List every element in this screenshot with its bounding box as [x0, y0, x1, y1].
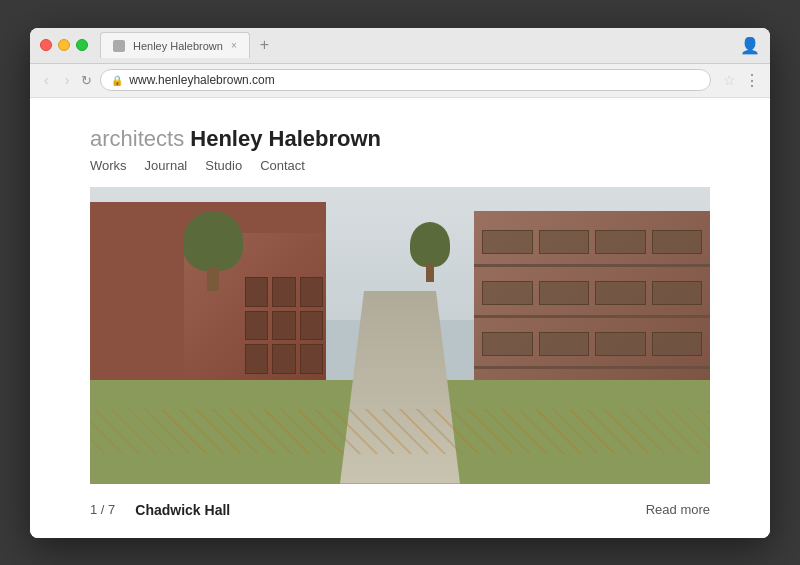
tree-canopy: [410, 222, 450, 267]
nav-journal[interactable]: Journal: [145, 158, 188, 173]
browser-tab[interactable]: Henley Halebrown ×: [100, 32, 250, 58]
maximize-button[interactable]: [76, 39, 88, 51]
building-scene: [90, 187, 710, 484]
architects-label: architects: [90, 126, 184, 151]
page-content: architects Henley Halebrown Works Journa…: [30, 98, 770, 538]
window: [272, 344, 295, 374]
hero-image-container[interactable]: [90, 187, 710, 484]
tab-bar: Henley Halebrown × +: [100, 32, 740, 58]
floor-window: [482, 281, 532, 305]
nav-contact[interactable]: Contact: [260, 158, 305, 173]
floor-window: [539, 332, 589, 356]
balcony-rail: [474, 264, 710, 267]
floor-window: [482, 332, 532, 356]
close-button[interactable]: [40, 39, 52, 51]
tab-close-button[interactable]: ×: [231, 40, 237, 51]
window: [245, 311, 268, 341]
minimize-button[interactable]: [58, 39, 70, 51]
url-text: www.henleyhalebrown.com: [129, 73, 274, 87]
site-title: architects Henley Halebrown: [90, 126, 710, 152]
refresh-button[interactable]: ↻: [81, 73, 92, 88]
floor-band-1: [474, 222, 710, 262]
person-icon: 👤: [740, 36, 760, 55]
floor-window: [652, 332, 702, 356]
tree-trunk: [207, 267, 219, 291]
floor-window: [595, 281, 645, 305]
floor-band-2: [474, 273, 710, 313]
window: [272, 311, 295, 341]
nav-works[interactable]: Works: [90, 158, 127, 173]
back-button[interactable]: ‹: [40, 70, 53, 90]
lock-icon: 🔒: [111, 75, 123, 86]
window: [300, 344, 323, 374]
window: [245, 344, 268, 374]
brand-name: Henley Halebrown: [190, 126, 381, 151]
tab-favicon: [113, 40, 125, 52]
floor-window: [482, 230, 532, 254]
site-nav: Works Journal Studio Contact: [90, 158, 710, 173]
tree-right: [410, 222, 450, 282]
floor-band-3: [474, 324, 710, 364]
page-footer: 1 / 7 Chadwick Hall Read more: [90, 496, 710, 518]
floor-window: [539, 230, 589, 254]
address-bar: ‹ › ↻ 🔒 www.henleyhalebrown.com ☆ ⋮: [30, 64, 770, 98]
slide-counter: 1 / 7: [90, 502, 115, 517]
floor-window: [652, 230, 702, 254]
balcony-rail: [474, 366, 710, 369]
floor-window: [595, 332, 645, 356]
url-bar[interactable]: 🔒 www.henleyhalebrown.com: [100, 69, 711, 91]
floor-window: [652, 281, 702, 305]
site-header: architects Henley Halebrown Works Journa…: [90, 126, 710, 173]
browser-window: Henley Halebrown × + 👤 ‹ › ↻ 🔒 www.henle…: [30, 28, 770, 538]
slide-title: Chadwick Hall: [135, 502, 230, 518]
nav-studio[interactable]: Studio: [205, 158, 242, 173]
tree-canopy: [183, 211, 243, 271]
windows-left: [245, 277, 323, 374]
traffic-lights: [40, 39, 88, 51]
tree-trunk: [426, 264, 434, 282]
window: [300, 311, 323, 341]
leaves: [90, 409, 710, 453]
window: [272, 277, 295, 307]
title-bar: Henley Halebrown × + 👤: [30, 28, 770, 64]
browser-menu-button[interactable]: ⋮: [744, 71, 760, 90]
tab-label: Henley Halebrown: [133, 40, 223, 52]
window: [300, 277, 323, 307]
forward-button[interactable]: ›: [61, 70, 74, 90]
tree-left: [183, 211, 243, 291]
balcony-rail: [474, 315, 710, 318]
new-tab-button[interactable]: +: [254, 36, 275, 54]
window: [245, 277, 268, 307]
floor-window: [539, 281, 589, 305]
bookmark-button[interactable]: ☆: [723, 72, 736, 88]
read-more-link[interactable]: Read more: [646, 502, 710, 517]
floor-window: [595, 230, 645, 254]
